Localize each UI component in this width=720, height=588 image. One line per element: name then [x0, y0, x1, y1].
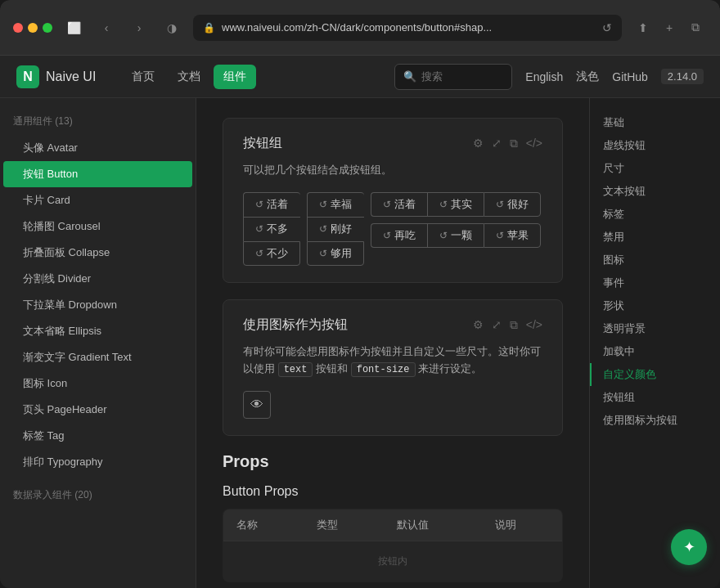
- btn-其实[interactable]: ↺ 其实: [427, 192, 484, 217]
- code-icon-2[interactable]: </>: [526, 318, 542, 332]
- version-badge: 2.14.0: [661, 69, 704, 84]
- right-nav-自定义颜色[interactable]: 自定义颜色: [590, 363, 720, 386]
- right-nav-标签[interactable]: 标签: [590, 203, 720, 226]
- btn-很好[interactable]: ↺ 很好: [484, 192, 541, 217]
- right-nav-基础[interactable]: 基础: [590, 111, 720, 134]
- sidebar-item-gradient[interactable]: 渐变文字 Gradient Text: [3, 344, 192, 370]
- settings-icon-2[interactable]: ⚙: [473, 318, 484, 332]
- minimize-button[interactable]: [28, 23, 38, 33]
- right-nav-透明背景[interactable]: 透明背景: [590, 317, 720, 340]
- btn-col1: ↺ 活着 ↺ 不多 ↺ 不少: [243, 192, 300, 266]
- brand: N Naive UI: [16, 65, 96, 88]
- right-nav-图标[interactable]: 图标: [590, 249, 720, 272]
- sidebar-item-tag[interactable]: 标签 Tag: [3, 423, 192, 449]
- copy-icon-2[interactable]: ⧉: [510, 318, 518, 332]
- btn-rows: ↺ 活着 ↺ 其实 ↺ 很好: [371, 192, 541, 248]
- sync-icon-3: ↺: [496, 199, 504, 210]
- sidebar-item-dropdown[interactable]: 下拉菜单 Dropdown: [3, 292, 192, 318]
- nav-right: English 浅色 GitHub 2.14.0: [525, 69, 704, 84]
- btn-group-card: 按钮组 ⚙ ⤢ ⧉ </> 可以把几个按钮结合成按钮组。 ↺ 活着: [223, 118, 563, 283]
- sidebar-item-icon[interactable]: 图标 Icon: [3, 370, 192, 397]
- sidebar-item-pageheader[interactable]: 页头 PageHeader: [3, 397, 192, 423]
- sidebar-toggle-button[interactable]: ⬜: [62, 16, 85, 39]
- col-type: 类型: [304, 509, 384, 541]
- right-nav-文本按钮[interactable]: 文本按钮: [590, 180, 720, 203]
- btn-group-desc: 可以把几个按钮结合成按钮组。: [243, 162, 542, 179]
- sidebar-item-divider[interactable]: 分割线 Divider: [3, 266, 192, 292]
- eye-icon: 👁: [250, 397, 263, 412]
- address-bar[interactable]: 🔒 www.naiveui.com/zh-CN/dark/components/…: [193, 15, 622, 41]
- refresh-icon: ↺: [255, 199, 263, 210]
- btn-不多[interactable]: ↺ 不多: [243, 217, 300, 241]
- icon-btn-header: 使用图标作为按钮 ⚙ ⤢ ⧉ </>: [243, 316, 542, 334]
- nav-link-docs[interactable]: 文档: [168, 65, 210, 89]
- btn-刚好[interactable]: ↺ 刚好: [307, 217, 364, 241]
- nav-search[interactable]: 🔍: [394, 64, 512, 90]
- browser-actions: ⬆ + ⧉: [632, 16, 707, 39]
- right-nav-禁用[interactable]: 禁用: [590, 226, 720, 249]
- traffic-lights: [13, 23, 52, 33]
- btn-活着-2[interactable]: ↺ 活着: [371, 192, 427, 217]
- right-nav-形状[interactable]: 形状: [590, 294, 720, 317]
- lock-icon: 🔒: [203, 22, 215, 34]
- reload-icon[interactable]: ↺: [602, 21, 612, 34]
- code-icon[interactable]: </>: [526, 137, 542, 150]
- icon-btn-title: 使用图标作为按钮: [243, 316, 348, 334]
- sidebar-item-collapse[interactable]: 折叠面板 Collapse: [3, 240, 192, 266]
- nav-link-components[interactable]: 组件: [214, 65, 256, 89]
- search-input[interactable]: [421, 70, 503, 83]
- btn-group-title: 按钮组: [243, 135, 282, 152]
- tabs-button[interactable]: ⧉: [684, 16, 707, 39]
- icon-btn-demo: 👁: [243, 391, 542, 419]
- expand-icon[interactable]: ⤢: [492, 137, 502, 150]
- btn-group-header: 按钮组 ⚙ ⤢ ⧉ </>: [243, 135, 542, 152]
- icon-btn-actions: ⚙ ⤢ ⧉ </>: [473, 318, 542, 332]
- btn-不少[interactable]: ↺ 不少: [243, 241, 300, 266]
- forward-button[interactable]: ›: [128, 16, 151, 39]
- share-button[interactable]: ⬆: [632, 16, 655, 39]
- props-subtitle: Button Props: [223, 484, 563, 499]
- close-button[interactable]: [13, 23, 23, 33]
- expand-icon-2[interactable]: ⤢: [492, 318, 502, 332]
- privacy-button[interactable]: ◑: [160, 16, 183, 39]
- github-link[interactable]: GitHub: [612, 70, 648, 83]
- btn-row2: ↺ 再吃 ↺ 一颗 ↺ 苹果: [371, 223, 541, 248]
- sync-icon-6: ↺: [496, 230, 504, 241]
- sidebar-section-title: 通用组件 (13): [0, 111, 196, 135]
- sidebar-item-typography[interactable]: 排印 Typography: [3, 449, 192, 475]
- right-nav-使用图标为按钮[interactable]: 使用图标为按钮: [590, 409, 720, 432]
- code-font-size: font-size: [351, 362, 416, 377]
- fab-button[interactable]: ✦: [671, 529, 707, 565]
- nav-link-home[interactable]: 首页: [122, 65, 164, 89]
- btn-再吃[interactable]: ↺ 再吃: [371, 223, 427, 248]
- btn-一颗[interactable]: ↺ 一颗: [427, 223, 484, 248]
- btn-幸福[interactable]: ↺ 幸福: [307, 192, 364, 217]
- copy-icon[interactable]: ⧉: [510, 137, 518, 150]
- col-default: 默认值: [384, 509, 482, 541]
- sidebar-item-ellipsis[interactable]: 文本省略 Ellipsis: [3, 318, 192, 344]
- theme-toggle[interactable]: 浅色: [576, 70, 599, 84]
- right-nav-加载中[interactable]: 加载中: [590, 340, 720, 363]
- right-nav-虚线按钮[interactable]: 虚线按钮: [590, 134, 720, 157]
- settings-icon[interactable]: ⚙: [473, 137, 484, 150]
- sidebar-item-carousel[interactable]: 轮播图 Carousel: [3, 213, 192, 240]
- new-tab-button[interactable]: +: [658, 16, 681, 39]
- right-nav-按钮组[interactable]: 按钮组: [590, 386, 720, 409]
- btn-活着-1[interactable]: ↺ 活着: [243, 192, 300, 217]
- brand-logo: N: [16, 65, 39, 88]
- language-selector[interactable]: English: [525, 70, 563, 83]
- right-nav-事件[interactable]: 事件: [590, 272, 720, 294]
- nav-links: 首页 文档 组件: [122, 65, 394, 89]
- sidebar-item-button[interactable]: 按钮 Button: [3, 161, 192, 187]
- back-button[interactable]: ‹: [95, 16, 118, 39]
- btn-苹果[interactable]: ↺ 苹果: [484, 223, 541, 248]
- right-nav-尺寸[interactable]: 尺寸: [590, 157, 720, 180]
- sidebar-item-avatar[interactable]: 头像 Avatar: [3, 135, 192, 161]
- btn-col2: ↺ 幸福 ↺ 刚好 ↺ 够用: [307, 192, 364, 266]
- btn-够用[interactable]: ↺ 够用: [307, 241, 364, 266]
- sync-icon-2: ↺: [439, 199, 448, 210]
- sidebar-item-card[interactable]: 卡片 Card: [3, 187, 192, 213]
- eye-icon-button[interactable]: 👁: [243, 391, 271, 419]
- maximize-button[interactable]: [43, 23, 52, 33]
- btn-group-demo: ↺ 活着 ↺ 不多 ↺ 不少: [243, 192, 542, 266]
